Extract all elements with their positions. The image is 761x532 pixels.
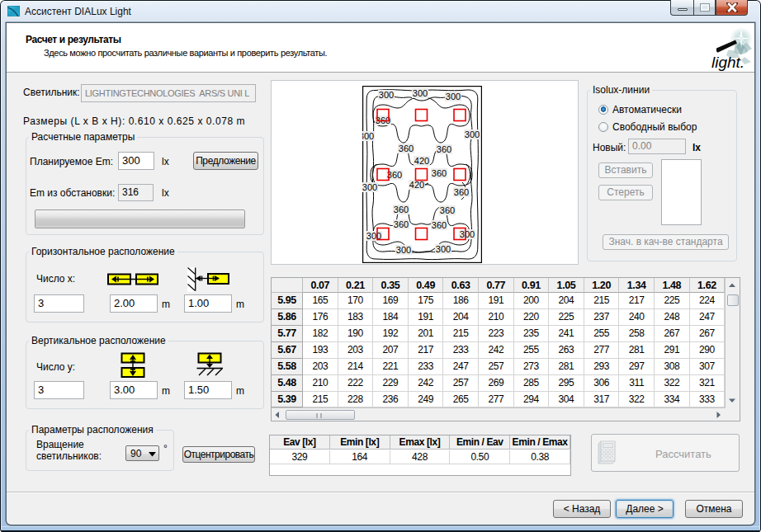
svg-text:360: 360 (440, 205, 455, 215)
svg-text:300: 300 (362, 131, 374, 141)
svg-text:300: 300 (446, 92, 461, 101)
svg-text:420: 420 (414, 156, 429, 166)
svg-text:360: 360 (437, 144, 451, 154)
svg-text:300: 300 (460, 229, 475, 239)
svg-text:360: 360 (454, 187, 469, 197)
svg-text:300: 300 (436, 244, 451, 254)
svg-text:360: 360 (394, 219, 409, 229)
svg-text:300: 300 (379, 90, 394, 100)
svg-text:360: 360 (399, 144, 414, 153)
svg-text:420: 420 (409, 180, 424, 190)
svg-text:360: 360 (432, 168, 447, 178)
svg-text:360: 360 (432, 220, 447, 230)
svg-text:300: 300 (465, 129, 480, 139)
svg-text:300: 300 (396, 245, 411, 255)
svg-text:300: 300 (413, 88, 428, 98)
svg-text:360: 360 (394, 205, 409, 214)
svg-text:300: 300 (362, 182, 377, 192)
